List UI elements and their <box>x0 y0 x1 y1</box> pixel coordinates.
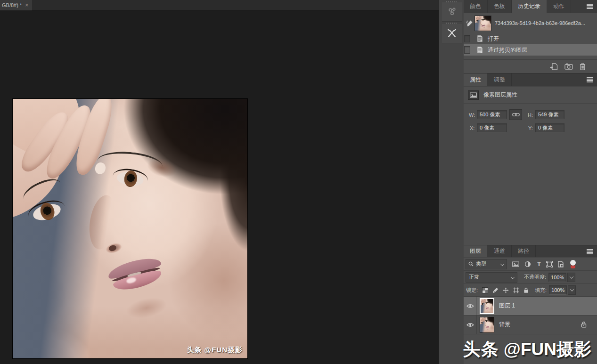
layer-filter-row: 类型 T <box>464 258 597 271</box>
layer-row-layer1[interactable]: 图层 1 <box>464 297 597 315</box>
lock-artboard-button[interactable] <box>513 287 519 293</box>
opacity-input[interactable] <box>548 273 566 282</box>
history-state-label: 打开 <box>488 35 499 43</box>
portrait-eye <box>476 21 479 23</box>
watermark-brand: 头条 <box>463 340 499 359</box>
width-label: W: <box>469 112 475 118</box>
portrait-nostril <box>486 325 486 326</box>
lock-transparent-pixels-button[interactable] <box>482 287 488 293</box>
opacity-dropdown-button[interactable] <box>567 273 575 282</box>
width-input[interactable] <box>477 110 507 119</box>
eye-icon <box>466 304 474 308</box>
new-document-from-state-button[interactable] <box>549 63 558 70</box>
history-state-layer-via-copy[interactable]: 通过拷贝的图层 <box>464 44 597 56</box>
portrait-chin-shadow <box>482 26 486 28</box>
link-icon <box>512 113 520 117</box>
filter-type-layers-button[interactable]: T <box>537 260 541 267</box>
fill-input[interactable] <box>549 285 567 295</box>
smart-object-icon <box>558 261 564 267</box>
height-input[interactable] <box>535 110 564 119</box>
chevron-down-icon <box>569 275 573 278</box>
panel-menu-icon[interactable] <box>587 249 593 254</box>
portrait-eye <box>482 304 484 306</box>
checkerboard-icon <box>482 287 488 293</box>
delete-state-button[interactable] <box>580 63 586 70</box>
lock-image-pixels-button[interactable] <box>492 287 499 293</box>
new-snapshot-button[interactable] <box>564 63 573 70</box>
camera-icon <box>564 63 573 70</box>
layer-thumbnail[interactable] <box>480 298 494 314</box>
layer-name[interactable]: 背景 <box>499 321 510 329</box>
panel-menu-icon[interactable] <box>587 77 593 82</box>
history-panel-actions <box>464 59 597 73</box>
close-icon[interactable]: × <box>25 2 28 8</box>
fill-dropdown-button[interactable] <box>568 285 576 295</box>
tab-layers[interactable]: 图层 <box>464 245 488 257</box>
trash-icon <box>580 63 586 70</box>
visibility-toggle[interactable] <box>464 297 477 315</box>
portrait-eye <box>486 302 488 304</box>
lock-position-button[interactable] <box>503 287 509 293</box>
collapsed-panel-tool-presets-button[interactable] <box>442 24 462 43</box>
filter-smart-objects-button[interactable] <box>558 261 564 267</box>
filter-shape-layers-button[interactable] <box>546 261 553 267</box>
properties-panel-tabs: 属性 调整 <box>464 73 597 87</box>
tab-history[interactable]: 历史记录 <box>512 0 547 13</box>
pixel-layer-icon <box>468 90 479 100</box>
tab-channels[interactable]: 通道 <box>488 245 512 257</box>
panel-dock-strip <box>440 0 464 364</box>
history-state-open[interactable]: 打开 <box>464 33 597 44</box>
fill-label: 填充: <box>535 287 547 294</box>
lock-label: 锁定: <box>466 287 478 294</box>
history-brush-well[interactable] <box>464 46 470 54</box>
blend-mode-value: 正常 <box>469 274 479 281</box>
image-icon <box>512 261 519 267</box>
eye-icon <box>466 323 474 327</box>
tab-color[interactable]: 颜色 <box>464 0 488 13</box>
history-brush-well[interactable] <box>464 35 470 42</box>
y-input[interactable] <box>535 123 564 132</box>
portrait-chin-shadow <box>119 291 174 324</box>
canvas-area[interactable]: GB/8#) * × 头条 @FUN摄影 <box>0 0 439 364</box>
chevron-down-icon <box>500 262 504 266</box>
new-document-icon <box>549 63 558 70</box>
search-icon <box>468 261 474 267</box>
linked-nodes-icon <box>447 7 457 16</box>
x-label: X: <box>470 125 474 131</box>
tab-swatches[interactable]: 色板 <box>488 0 512 13</box>
tab-adjustments[interactable]: 调整 <box>488 73 512 86</box>
layer-name[interactable]: 图层 1 <box>499 302 515 310</box>
blend-mode-select[interactable]: 正常 <box>466 272 517 283</box>
tab-properties[interactable]: 属性 <box>464 73 488 86</box>
tab-actions[interactable]: 动作 <box>547 0 571 13</box>
history-panel: 颜色 色板 历史记录 动作 <box>464 0 597 73</box>
layer-filter-toggle[interactable] <box>570 260 576 268</box>
history-brush-icon[interactable] <box>465 20 474 27</box>
history-snapshot-thumbnail[interactable] <box>474 16 491 31</box>
history-panel-tabs: 颜色 色板 历史记录 动作 <box>464 0 597 13</box>
history-snapshot-name: 734d393a-5d19-4b2a-b63e-986edf2a... <box>495 20 585 26</box>
document-tab[interactable]: GB/8#) * × <box>0 0 32 10</box>
filter-kind-select[interactable]: 类型 <box>466 259 507 269</box>
page-watermark: 头条 @FUN摄影 <box>463 338 591 361</box>
collapsed-panel-nodes-button[interactable] <box>442 2 462 22</box>
history-snapshot-row[interactable]: 734d393a-5d19-4b2a-b63e-986edf2a... <box>464 13 597 33</box>
properties-title: 像素图层属性 <box>483 91 517 99</box>
layer-thumbnail[interactable] <box>480 317 494 333</box>
layer-row-background[interactable]: 背景 <box>464 315 597 334</box>
filter-adjustment-layers-button[interactable] <box>524 261 531 267</box>
move-icon <box>503 287 509 293</box>
filter-pixel-layers-button[interactable] <box>512 261 519 267</box>
panel-menu-icon[interactable] <box>587 4 593 9</box>
portrait-nose <box>86 193 120 251</box>
background-lock-icon <box>581 321 587 328</box>
history-state-label: 通过拷贝的图层 <box>488 46 527 54</box>
visibility-toggle[interactable] <box>464 315 477 334</box>
lock-all-button[interactable] <box>523 287 529 293</box>
tab-paths[interactable]: 路径 <box>512 245 536 257</box>
lock-icon <box>523 287 529 293</box>
document-image[interactable]: 头条 @FUN摄影 <box>13 99 247 358</box>
link-dimensions-button[interactable] <box>509 109 522 120</box>
portrait-eye <box>481 323 483 325</box>
x-input[interactable] <box>477 123 507 132</box>
